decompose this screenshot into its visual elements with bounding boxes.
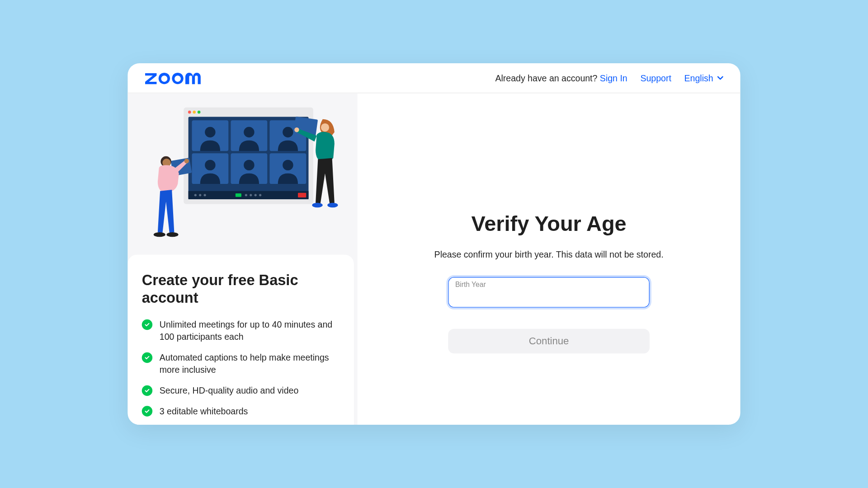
svg-point-2	[193, 111, 196, 114]
svg-point-34	[321, 123, 329, 131]
svg-point-32	[184, 159, 189, 163]
svg-point-20	[204, 194, 206, 196]
feature-text: 3 editable whiteboards	[160, 405, 248, 417]
svg-point-1	[188, 111, 191, 114]
content: Create your free Basic account Unlimited…	[127, 93, 740, 425]
language-selector[interactable]: English	[684, 73, 724, 83]
svg-point-14	[205, 160, 215, 170]
svg-point-31	[166, 232, 178, 237]
feature-text: Unlimited meetings for up to 40 minutes …	[160, 318, 340, 343]
svg-point-13	[283, 127, 293, 137]
svg-point-22	[245, 194, 247, 196]
check-icon	[142, 319, 152, 330]
check-icon	[142, 406, 152, 416]
feature-item: Automated captions to help make meetings…	[142, 351, 340, 376]
language-label: English	[684, 73, 713, 83]
svg-point-30	[154, 232, 165, 237]
info-title: Create your free Basic account	[142, 271, 340, 306]
header: Already have an account? Sign In Support…	[127, 63, 740, 93]
svg-point-19	[199, 194, 201, 196]
meeting-illustration	[127, 93, 357, 251]
feature-text: Automated captions to help make meetings…	[160, 351, 340, 376]
feature-item: Secure, HD-quality audio and video	[142, 384, 340, 396]
svg-rect-26	[298, 193, 306, 197]
birth-year-wrapper: Birth Year	[448, 277, 650, 308]
verify-subtitle: Please confirm your birth year. This dat…	[434, 249, 664, 259]
left-panel: Create your free Basic account Unlimited…	[127, 93, 357, 425]
support-link[interactable]: Support	[640, 73, 671, 83]
signin-link[interactable]: Sign In	[600, 73, 627, 83]
feature-list: Unlimited meetings for up to 40 minutes …	[142, 318, 340, 417]
signup-window: Already have an account? Sign In Support…	[127, 63, 740, 425]
svg-rect-17	[189, 191, 309, 199]
already-have-account: Already have an account? Sign In	[495, 73, 627, 83]
svg-rect-21	[236, 193, 241, 197]
svg-point-18	[194, 194, 197, 196]
verify-title: Verify Your Age	[471, 211, 626, 236]
feature-item: Unlimited meetings for up to 40 minutes …	[142, 318, 340, 343]
feature-text: Secure, HD-quality audio and video	[160, 384, 298, 396]
zoom-logo[interactable]	[144, 70, 211, 86]
birth-year-label: Birth Year	[455, 281, 486, 289]
svg-point-15	[244, 160, 254, 170]
svg-point-12	[244, 127, 254, 137]
svg-point-25	[259, 194, 261, 196]
info-card: Create your free Basic account Unlimited…	[127, 254, 354, 425]
check-icon	[142, 352, 152, 363]
chevron-down-icon	[717, 73, 724, 83]
svg-point-16	[283, 160, 293, 170]
header-right: Already have an account? Sign In Support…	[495, 73, 724, 83]
right-panel: Verify Your Age Please confirm your birt…	[358, 93, 741, 425]
already-text: Already have an account?	[495, 73, 597, 83]
continue-button[interactable]: Continue	[448, 329, 650, 354]
svg-point-3	[198, 111, 201, 114]
check-icon	[142, 385, 152, 396]
svg-point-23	[250, 194, 252, 196]
feature-item: 3 editable whiteboards	[142, 405, 340, 417]
svg-point-36	[312, 203, 322, 207]
svg-point-35	[294, 127, 299, 132]
svg-point-24	[255, 194, 257, 196]
svg-point-37	[327, 203, 338, 207]
svg-point-11	[205, 127, 215, 137]
